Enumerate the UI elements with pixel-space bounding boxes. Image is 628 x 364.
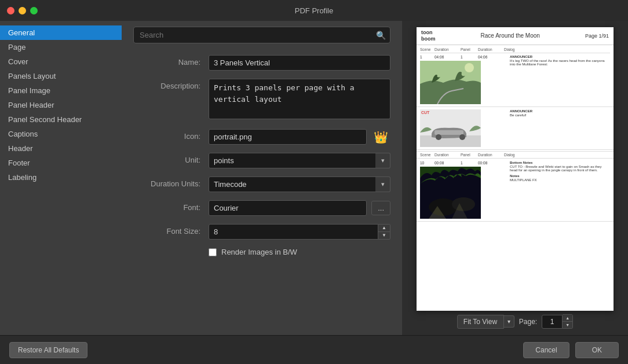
pdf-page-num: Page 1/91 <box>585 33 609 39</box>
pdf-title: Race Around the Moon <box>481 32 540 39</box>
fontsize-row: Font Size: ▲ ▼ <box>133 224 390 240</box>
sidebar-item-captions[interactable]: Captions <box>0 127 122 141</box>
fit-select[interactable]: Fit To View <box>457 315 504 329</box>
pdf-panel-3-header: Scene Duration Panel Duration Dialog <box>417 151 614 159</box>
name-row: Name: <box>133 55 390 71</box>
render-bw-label: Render Images in B/W <box>221 248 297 256</box>
pdf-header: toon boom Race Around the Moon Page 1/91 <box>417 27 614 45</box>
svg-point-2 <box>465 63 474 72</box>
sidebar-item-general[interactable]: General <box>0 25 122 40</box>
unit-label: Unit: <box>133 153 209 164</box>
panel-sketch-svg-3 <box>420 167 481 219</box>
pdf-logo: toon boom <box>421 30 436 42</box>
font-control: ... <box>209 200 390 216</box>
preview-area: toon boom Race Around the Moon Page 1/91… <box>402 21 628 335</box>
ok-button[interactable]: OK <box>575 342 619 358</box>
panel-sketch-svg-1 <box>420 61 481 104</box>
fontsize-up-button[interactable]: ▲ <box>378 225 390 232</box>
page-spinbox: ▲ ▼ <box>542 314 573 329</box>
minimize-button[interactable] <box>19 7 26 14</box>
sidebar-item-header[interactable]: Header <box>0 141 122 156</box>
main-container: General Page Cover Panels Layout Panel I… <box>0 21 628 335</box>
page-down-button[interactable]: ▼ <box>563 322 572 328</box>
render-row: Render Images in B/W <box>209 248 390 256</box>
description-control <box>209 79 390 121</box>
sidebar-item-footer[interactable]: Footer <box>0 156 122 170</box>
maximize-button[interactable] <box>30 7 38 14</box>
unit-select[interactable]: points inches centimeters pixels <box>209 153 390 168</box>
traffic-lights <box>7 7 38 14</box>
sidebar-item-panels-layout[interactable]: Panels Layout <box>0 69 122 83</box>
fontsize-input[interactable] <box>209 224 378 240</box>
pdf-preview: toon boom Race Around the Moon Page 1/91… <box>417 27 614 311</box>
close-button[interactable] <box>7 7 14 14</box>
page-input[interactable] <box>542 315 563 329</box>
unit-select-wrapper: points inches centimeters pixels ▾ <box>209 153 390 168</box>
svg-point-6 <box>436 134 441 140</box>
pdf-panel-dialog-1: ANNOUNCER It's leg TWO of the race! As t… <box>507 55 610 104</box>
window-title: PDF Profile <box>295 6 333 15</box>
duration-label: Duration Units: <box>133 177 209 188</box>
center-content: 🔍 Name: Description: Icon: <box>122 21 402 335</box>
preview-controls: Fit To View ▾ Page: ▲ ▼ <box>457 314 573 329</box>
pdf-panel-image-1 <box>420 61 481 104</box>
duration-select-wrapper: Timecode Frames Seconds ▾ <box>209 177 390 192</box>
svg-point-10 <box>452 197 475 211</box>
sidebar-item-panel-image[interactable]: Panel Image <box>0 83 122 98</box>
form-area: Name: Description: Icon: <box>122 49 402 335</box>
svg-point-7 <box>459 134 465 140</box>
titlebar: PDF Profile <box>0 0 628 21</box>
pdf-panel-image-2: CUT <box>420 109 481 147</box>
pdf-panel-row-1: Scene Duration Panel Duration Dialog 1 0… <box>417 45 614 107</box>
render-bw-checkbox[interactable] <box>209 248 217 256</box>
icon-crown-button[interactable]: 👑 <box>371 130 390 144</box>
fontsize-label: Font Size: <box>133 224 209 236</box>
font-label: Font: <box>133 200 209 212</box>
svg-rect-5 <box>435 130 463 135</box>
fontsize-spinbox: ▲ ▼ <box>209 224 390 240</box>
duration-control: Timecode Frames Seconds ▾ <box>209 177 390 192</box>
sidebar-item-panel-second-header[interactable]: Panel Second Header <box>0 112 122 127</box>
name-control <box>209 55 390 71</box>
fit-select-arrow[interactable]: ▾ <box>504 315 514 328</box>
search-icon-button[interactable]: 🔍 <box>376 31 386 40</box>
font-row: Font: ... <box>133 200 390 216</box>
font-input[interactable] <box>209 200 367 216</box>
unit-control: points inches centimeters pixels ▾ <box>209 153 390 168</box>
description-row: Description: <box>133 79 390 121</box>
pdf-panel-row-3: 10 00:08 1 00:08 <box>417 159 614 222</box>
font-browse-button[interactable]: ... <box>371 201 390 215</box>
crown-icon: 👑 <box>374 131 388 144</box>
fit-select-wrapper: Fit To View ▾ <box>457 315 514 329</box>
name-input[interactable] <box>209 55 390 71</box>
page-spin-buttons: ▲ ▼ <box>563 314 573 329</box>
sidebar-item-panel-header[interactable]: Panel Header <box>0 98 122 112</box>
description-label: Description: <box>133 79 209 90</box>
cancel-button[interactable]: Cancel <box>523 342 569 358</box>
bottom-bar: Restore All Defaults Cancel OK <box>0 335 628 364</box>
pdf-panel-dialog-3: Bottom Notes CUT TO - Breezle and Winki … <box>507 161 610 219</box>
search-icon: 🔍 <box>376 31 386 40</box>
font-row-inner: ... <box>209 200 390 216</box>
restore-defaults-button[interactable]: Restore All Defaults <box>9 342 87 358</box>
icon-row-inner: 👑 <box>209 129 390 145</box>
description-input[interactable] <box>209 79 390 119</box>
search-input[interactable] <box>133 27 390 43</box>
pdf-panel-image-3 <box>420 167 481 219</box>
sidebar-item-cover[interactable]: Cover <box>0 54 122 69</box>
fontsize-control: ▲ ▼ <box>209 224 390 240</box>
pdf-panel-row-2: CUT <box>417 107 614 150</box>
cut-label: CUT <box>421 111 429 115</box>
icon-input[interactable] <box>209 129 367 145</box>
fontsize-spin-buttons: ▲ ▼ <box>378 224 390 240</box>
duration-row: Duration Units: Timecode Frames Seconds … <box>133 177 390 192</box>
duration-select[interactable]: Timecode Frames Seconds <box>209 177 390 192</box>
sidebar-item-page[interactable]: Page <box>0 40 122 54</box>
sidebar-item-labeling[interactable]: Labeling <box>0 170 122 185</box>
page-label: Page: <box>519 318 537 326</box>
icon-row: Icon: 👑 <box>133 129 390 145</box>
fontsize-down-button[interactable]: ▼ <box>378 232 390 239</box>
icon-control: 👑 <box>209 129 390 145</box>
page-up-button[interactable]: ▲ <box>563 315 572 322</box>
name-label: Name: <box>133 55 209 67</box>
